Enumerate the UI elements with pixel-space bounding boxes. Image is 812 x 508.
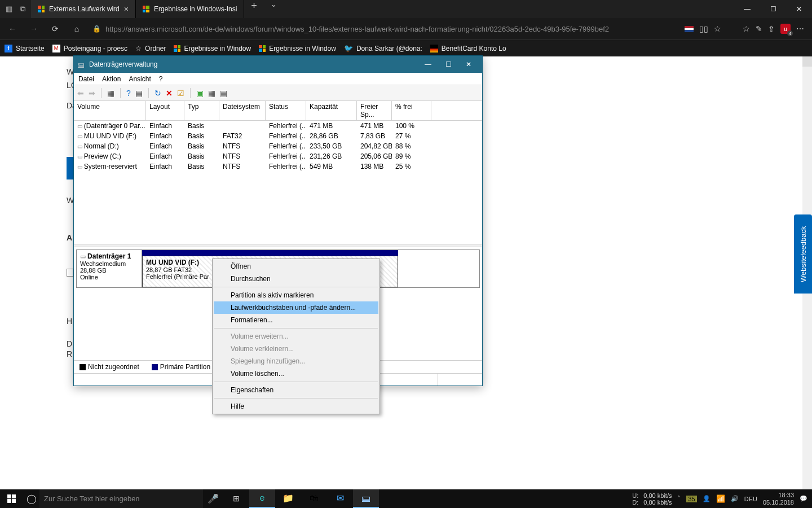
toolbar-icon[interactable]: ▤	[220, 89, 227, 98]
table-row[interactable]: System-reserviertEinfachBasisNTFSFehlerf…	[74, 161, 482, 172]
network-speed[interactable]: U: 0,00 kbit/s D: 0,00 kbit/s	[632, 492, 672, 506]
bookmark-item[interactable]: MPosteingang - proesc	[52, 45, 127, 52]
window-maximize-button[interactable]: ☐	[438, 56, 458, 73]
toolbar-icon[interactable]: ▦	[208, 89, 215, 98]
bookmarks-bar: fStartseite MPosteingang - proesc ☆Ordne…	[0, 40, 812, 56]
column-header[interactable]: Kapazität	[306, 101, 357, 120]
tray-chevron-icon[interactable]: ˄	[677, 495, 681, 502]
start-button[interactable]	[0, 489, 24, 508]
back-button[interactable]: ←	[3, 20, 21, 38]
legend-item: Primäre Partition	[152, 363, 210, 371]
table-row[interactable]: Normal (D:)EinfachBasisNTFSFehlerfrei (.…	[74, 141, 482, 151]
clock[interactable]: 18:3305.10.2018	[763, 492, 794, 506]
more-icon[interactable]: ⋯	[796, 24, 804, 33]
ublock-icon[interactable]: u	[780, 24, 791, 34]
disk-info-panel[interactable]: ▭ Datenträger 1 Wechselmedium 28,88 GB O…	[77, 250, 142, 287]
toolbar: ⬅ ➡ ▦ ? ▤ ↻ ✕ ☑ ▣ ▦ ▤	[74, 85, 482, 101]
window-minimize-button[interactable]: ―	[418, 56, 438, 73]
menu-view[interactable]: Ansicht	[129, 75, 151, 83]
bookmark-item[interactable]: fStartseite	[5, 45, 45, 52]
taskbar-app-explorer[interactable]: 📁	[275, 489, 301, 508]
toolbar-icon[interactable]: ▤	[135, 89, 143, 98]
bookmark-item[interactable]: Ergebnisse in Window	[174, 45, 251, 52]
browser-tab-0[interactable]: Externes Laufwerk wird ×	[31, 0, 136, 18]
toolbar-icon[interactable]: ▦	[107, 89, 114, 98]
feedback-tab[interactable]: Websitefeedback	[794, 214, 812, 294]
url-field[interactable]: 🔒 https://answers.microsoft.com/de-de/wi…	[89, 25, 681, 33]
people-icon[interactable]: 👤	[703, 495, 710, 502]
menu-help[interactable]: ?	[159, 75, 163, 83]
bookmark-item[interactable]: ☆Ordner	[135, 45, 166, 52]
taskbar-app-edge[interactable]: ｅ	[249, 489, 275, 508]
page-checkbox[interactable]	[67, 269, 73, 277]
wifi-icon[interactable]: 📶	[716, 494, 725, 503]
bookmark-item[interactable]: 🐦Dona Sarkar (@dona:	[344, 44, 422, 52]
column-header[interactable]: Freier Sp...	[357, 101, 392, 120]
favorites-star-icon[interactable]: ☆	[743, 24, 750, 33]
delete-icon[interactable]: ✕	[166, 89, 173, 98]
favorite-icon[interactable]: ☆	[714, 24, 721, 33]
reading-view-icon[interactable]: ▯▯	[699, 24, 708, 33]
ctx-delete[interactable]: Volume löschen...	[214, 367, 378, 380]
ctx-help[interactable]: Hilfe	[214, 400, 378, 413]
help-icon[interactable]: ?	[126, 89, 131, 98]
ctx-change-letter[interactable]: Laufwerkbuchstaben und -pfade ändern...	[214, 301, 378, 314]
window-close-button[interactable]: ✕	[458, 56, 479, 73]
table-row[interactable]: Preview (C:)EinfachBasisNTFSFehlerfrei (…	[74, 151, 482, 161]
window-titlebar[interactable]: 🖴 Datenträgerverwaltung ― ☐ ✕	[74, 56, 482, 73]
mic-icon[interactable]: 🎤	[203, 493, 223, 504]
browser-tab-1[interactable]: Ergebnisse in Windows-Insi	[136, 0, 244, 18]
tabs-thumbnail-icon[interactable]: ▥	[6, 5, 12, 14]
toolbar-icon[interactable]: ▣	[196, 89, 204, 98]
window-title: Datenträgerverwaltung	[89, 60, 157, 68]
tab-close-icon[interactable]: ×	[124, 5, 129, 14]
properties-icon[interactable]: ☑	[177, 89, 184, 98]
tab-chevron-icon[interactable]: ⌄	[264, 0, 284, 18]
bookmark-item[interactable]: Ergebnisse in Window	[259, 45, 336, 52]
task-view-icon[interactable]: ⊞	[223, 489, 249, 508]
search-input[interactable]: Zur Suche Text hier eingeben	[39, 489, 203, 508]
table-row[interactable]: (Datenträger 0 Par...EinfachBasisFehlerf…	[74, 121, 482, 131]
tabs-aside-icon[interactable]: ⧉	[20, 5, 25, 14]
column-header[interactable]: Volume	[74, 101, 146, 120]
notes-icon[interactable]: ✎	[756, 24, 762, 33]
ctx-browse[interactable]: Durchsuchen	[214, 273, 378, 285]
menu-action[interactable]: Aktion	[102, 75, 121, 83]
taskbar-app-mail[interactable]: ✉	[327, 489, 353, 508]
window-close-button[interactable]: ✕	[786, 0, 812, 18]
column-header[interactable]: Layout	[146, 101, 184, 120]
taskbar-app-diskmgmt[interactable]: 🖴	[353, 489, 379, 508]
ctx-mark-active[interactable]: Partition als aktiv markieren	[214, 289, 378, 301]
new-tab-button[interactable]: +	[244, 0, 264, 18]
volume-icon[interactable]: 🔊	[731, 495, 739, 502]
forward-icon[interactable]: ➡	[89, 89, 95, 98]
back-icon[interactable]: ⬅	[77, 89, 84, 98]
table-row[interactable]: MU UND VID (F:)EinfachBasisFAT32Fehlerfr…	[74, 131, 482, 141]
menu-file[interactable]: Datei	[78, 75, 94, 83]
menu-bar: Datei Aktion Ansicht ?	[74, 73, 482, 85]
page-text: A	[67, 231, 72, 244]
language-indicator[interactable]: DEU	[744, 496, 757, 502]
home-button[interactable]: ⌂	[68, 20, 86, 38]
ctx-properties[interactable]: Eigenschaften	[214, 384, 378, 396]
taskbar-app-store[interactable]: 🛍	[301, 489, 327, 508]
column-header[interactable]: % frei	[392, 101, 431, 120]
flag-icon[interactable]	[685, 26, 694, 32]
column-header[interactable]: Typ	[184, 101, 219, 120]
cortana-icon[interactable]: ◯	[24, 489, 39, 508]
window-maximize-button[interactable]: ☐	[760, 0, 786, 18]
disk-icon: ▭	[80, 253, 87, 260]
refresh-icon[interactable]: ↻	[155, 89, 161, 98]
page-button[interactable]	[67, 157, 73, 179]
temperature-badge[interactable]: 35	[686, 496, 696, 502]
ctx-format[interactable]: Formatieren...	[214, 314, 378, 326]
lock-icon: 🔒	[92, 25, 101, 33]
column-header[interactable]: Dateisystem	[219, 101, 266, 120]
share-icon[interactable]: ⇪	[768, 24, 775, 33]
window-minimize-button[interactable]: ―	[734, 0, 760, 18]
ctx-open[interactable]: Öffnen	[214, 260, 378, 273]
action-center-icon[interactable]: 💬	[800, 495, 807, 502]
column-header[interactable]: Status	[266, 101, 306, 120]
bookmark-item[interactable]: BenefitCard Konto Lo	[430, 45, 506, 52]
refresh-button[interactable]: ⟳	[46, 20, 64, 38]
